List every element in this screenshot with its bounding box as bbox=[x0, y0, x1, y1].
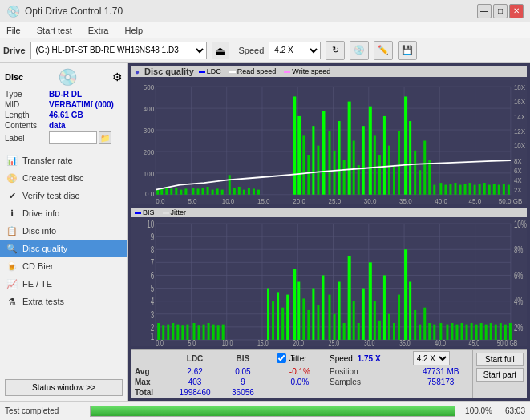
svg-rect-170 bbox=[222, 325, 225, 340]
menu-bar: File Start test Extra Help bbox=[0, 22, 530, 38]
speed-select[interactable]: 4.2 X bbox=[269, 42, 321, 59]
label-input[interactable] bbox=[49, 131, 97, 144]
chart1-title: Disc quality bbox=[144, 67, 194, 76]
svg-rect-165 bbox=[198, 325, 200, 340]
disc-section: Disc 💿 ⚙ Type BD-R DL MID VERBATIMf (000… bbox=[0, 63, 127, 151]
sidebar-item-fe-te[interactable]: 📈 FE / TE bbox=[0, 275, 127, 293]
svg-text:500: 500 bbox=[144, 83, 154, 91]
sidebar-item-transfer-rate[interactable]: 📊 Transfer rate bbox=[0, 151, 127, 169]
progress-bar-inner bbox=[91, 406, 455, 416]
svg-text:12X: 12X bbox=[514, 127, 525, 135]
svg-rect-159 bbox=[167, 325, 169, 340]
minimize-button[interactable]: — bbox=[477, 4, 492, 18]
chart1-icon: ● bbox=[135, 67, 140, 76]
drive-select[interactable]: (G:) HL-DT-ST BD-RE WH16NS48 1.D3 bbox=[30, 42, 207, 59]
svg-rect-89 bbox=[414, 151, 416, 195]
legend-read-dot bbox=[229, 71, 236, 73]
svg-rect-100 bbox=[469, 183, 471, 195]
menu-extra[interactable]: Extra bbox=[85, 24, 112, 37]
start-part-button[interactable]: Start part bbox=[476, 368, 524, 382]
chart1-legend: LDC Read speed Write speed bbox=[199, 67, 330, 75]
content-area: ● Disc quality LDC Read speed Write spee… bbox=[128, 63, 530, 401]
disc-settings-icon[interactable]: ⚙ bbox=[112, 71, 123, 83]
svg-rect-83 bbox=[383, 116, 386, 195]
sidebar-item-verify-test-disc[interactable]: ✔ Verify test disc bbox=[0, 187, 127, 204]
close-button[interactable]: ✕ bbox=[509, 4, 524, 18]
contents-value: data bbox=[49, 121, 66, 130]
eject-button[interactable]: ⏏ bbox=[212, 42, 229, 59]
chart1-title-bar: ● Disc quality LDC Read speed Write spee… bbox=[131, 66, 527, 77]
sidebar-item-drive-info[interactable]: ℹ Drive info bbox=[0, 204, 127, 222]
svg-rect-64 bbox=[257, 190, 260, 195]
svg-rect-166 bbox=[203, 325, 205, 340]
svg-rect-211 bbox=[471, 323, 473, 340]
svg-rect-50 bbox=[184, 188, 187, 194]
svg-rect-63 bbox=[253, 188, 255, 194]
legend-jitter-label: Jitter bbox=[171, 208, 187, 216]
progress-bar-section: Test completed 100.0% 63:03 bbox=[0, 401, 530, 420]
svg-text:18X: 18X bbox=[514, 83, 525, 91]
svg-rect-195 bbox=[388, 314, 390, 340]
svg-rect-65 bbox=[293, 96, 296, 194]
avg-label: Avg bbox=[131, 366, 168, 377]
svg-rect-180 bbox=[312, 289, 314, 340]
svg-text:6: 6 bbox=[151, 269, 154, 281]
svg-rect-181 bbox=[317, 305, 319, 339]
svg-rect-62 bbox=[248, 188, 250, 195]
start-full-button[interactable]: Start full bbox=[476, 353, 524, 366]
sidebar-item-cd-bier[interactable]: 🍺 CD Bier bbox=[0, 257, 127, 275]
stats-table: LDC BIS Jitter Speed 1.75 X bbox=[131, 350, 472, 398]
svg-rect-108 bbox=[508, 185, 510, 195]
svg-text:0.0: 0.0 bbox=[145, 189, 154, 198]
legend-write-label: Write speed bbox=[292, 67, 330, 75]
menu-file[interactable]: File bbox=[3, 24, 24, 37]
svg-text:3: 3 bbox=[151, 309, 154, 320]
svg-rect-91 bbox=[423, 141, 426, 195]
svg-text:16X: 16X bbox=[514, 98, 525, 107]
sidebar-item-extra-tests[interactable]: ⚗ Extra tests bbox=[0, 293, 127, 310]
legend-jitter: Jitter bbox=[163, 208, 187, 216]
status-window-button[interactable]: Status window >> bbox=[5, 379, 123, 396]
chart2-title-bar: BIS Jitter bbox=[131, 208, 527, 217]
svg-text:6%: 6% bbox=[514, 269, 524, 281]
refresh-button[interactable]: ↻ bbox=[326, 41, 345, 60]
menu-help[interactable]: Help bbox=[121, 24, 146, 37]
svg-text:1: 1 bbox=[151, 330, 154, 341]
svg-text:7: 7 bbox=[151, 256, 154, 268]
svg-rect-219 bbox=[509, 323, 512, 340]
svg-text:40.0: 40.0 bbox=[435, 196, 447, 204]
menu-start-test[interactable]: Start test bbox=[34, 24, 75, 37]
svg-rect-201 bbox=[419, 325, 421, 340]
legend-bis-dot bbox=[135, 212, 141, 214]
svg-text:45.0: 45.0 bbox=[469, 196, 482, 204]
svg-rect-102 bbox=[479, 184, 481, 194]
svg-rect-74 bbox=[338, 121, 341, 195]
label-label: Label bbox=[5, 134, 49, 143]
sidebar-item-disc-info[interactable]: 📋 Disc info bbox=[0, 222, 127, 240]
label-folder-button[interactable]: 📁 bbox=[99, 131, 111, 144]
sidebar-item-disc-quality[interactable]: 🔍 Disc quality bbox=[0, 240, 127, 257]
svg-rect-164 bbox=[192, 323, 195, 340]
total-label: Total bbox=[131, 387, 168, 398]
maximize-button[interactable]: □ bbox=[493, 4, 508, 18]
svg-rect-44 bbox=[156, 190, 159, 195]
svg-rect-81 bbox=[374, 135, 376, 194]
sidebar-label-cd-bier: CD Bier bbox=[22, 261, 54, 271]
disc-icon-btn[interactable]: 💿 bbox=[350, 41, 369, 60]
speed-select-small[interactable]: 4.2 X bbox=[413, 351, 450, 365]
position-value: 47731 MB bbox=[410, 366, 472, 377]
speed-value: 1.75 X bbox=[358, 354, 381, 363]
save-button[interactable]: 💾 bbox=[398, 41, 417, 60]
write-icon-btn[interactable]: ✏️ bbox=[374, 41, 393, 60]
svg-rect-205 bbox=[439, 323, 442, 340]
svg-rect-96 bbox=[449, 184, 451, 194]
svg-rect-208 bbox=[455, 325, 458, 340]
svg-rect-55 bbox=[212, 190, 214, 195]
svg-rect-194 bbox=[383, 275, 386, 340]
app-title: Opti Drive Control 1.70 bbox=[25, 6, 123, 17]
samples-label: Samples bbox=[326, 377, 410, 387]
sidebar-item-create-test-disc[interactable]: 📀 Create test disc bbox=[0, 169, 127, 187]
svg-rect-72 bbox=[328, 131, 330, 195]
jitter-checkbox[interactable] bbox=[277, 353, 286, 363]
svg-rect-93 bbox=[433, 185, 435, 195]
